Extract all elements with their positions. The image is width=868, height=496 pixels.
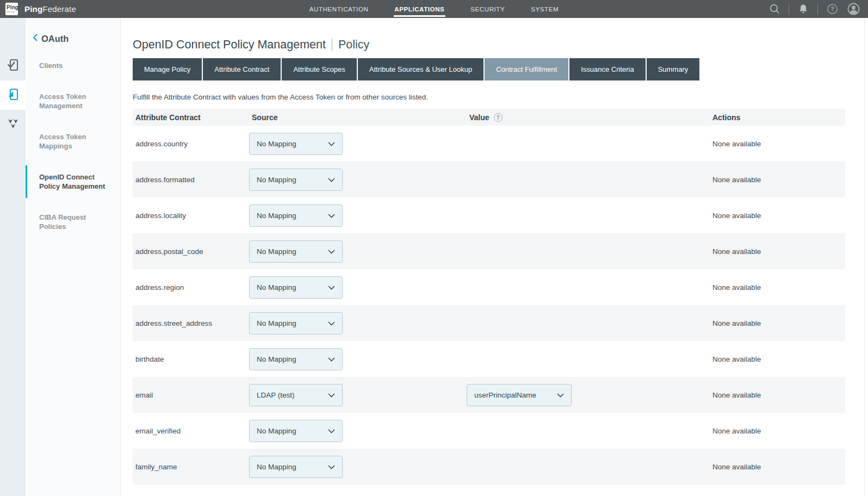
chevron-down-icon (328, 390, 335, 400)
nav-authentication[interactable]: AUTHENTICATION (309, 0, 369, 18)
page-title-text: OpenID Connect Policy Management (133, 38, 326, 52)
dropdown-value: No Mapping (257, 427, 296, 435)
chevron-left-icon (33, 34, 38, 44)
chevron-down-icon (328, 139, 335, 148)
table-row: address.country No Mapping None availabl… (133, 126, 845, 162)
dropdown-value: No Mapping (257, 355, 296, 363)
col-actions: Actions (710, 113, 845, 122)
sidebar-item-access-token-management[interactable]: Access Token Management (26, 85, 120, 117)
dropdown-value: No Mapping (257, 319, 296, 327)
dropdown-value: No Mapping (257, 176, 296, 184)
source-dropdown[interactable]: No Mapping (249, 240, 343, 263)
nav-applications[interactable]: APPLICATIONS (394, 0, 444, 18)
chevron-down-icon (328, 175, 335, 184)
attribute-name: email (133, 391, 249, 399)
attribute-name: address.street_address (133, 319, 249, 327)
section-label: OAuth (41, 34, 69, 44)
sidebar-item-openid-connect-policy-management[interactable]: OpenID Connect Policy Management (26, 165, 120, 198)
page-subtitle: Policy (338, 38, 369, 52)
tab-attribute-contract[interactable]: Attribute Contract (203, 58, 281, 80)
sidebar-item-clients[interactable]: Clients (26, 54, 120, 77)
dropdown-value: No Mapping (257, 140, 296, 148)
dropdown-value: No Mapping (257, 247, 296, 256)
actions-text: None available (710, 463, 845, 471)
scrollbar-track-line (864, 18, 865, 496)
nav-system[interactable]: SYSTEM (531, 0, 559, 18)
sidebar-menu: OAuth Clients Access Token Management Ac… (26, 18, 121, 496)
nav-security[interactable]: SECURITY (470, 0, 505, 18)
attribute-name: address.locality (133, 212, 249, 220)
logo-text: Ping (7, 5, 18, 10)
source-dropdown[interactable]: No Mapping (249, 456, 343, 478)
help-icon[interactable]: ? (825, 2, 839, 16)
source-dropdown[interactable]: No Mapping (249, 348, 343, 370)
dropdown-value: LDAP (test) (257, 391, 295, 399)
topbar-icons: ? (767, 2, 860, 16)
logo-subtext: Identity. (7, 10, 15, 13)
title-divider (332, 38, 332, 51)
primary-nav: AUTHENTICATION APPLICATIONS SECURITY SYS… (309, 0, 559, 18)
product-name: PingFederate (24, 4, 76, 14)
source-dropdown[interactable]: No Mapping (249, 204, 343, 227)
sidebar: OAuth Clients Access Token Management Ac… (0, 18, 121, 496)
rail-item-clients[interactable] (0, 51, 26, 80)
attribute-name: address.country (133, 140, 249, 148)
actions-text: None available (710, 212, 845, 220)
brand-light: Federate (42, 4, 76, 14)
attribute-name: family_name (133, 463, 249, 471)
rail-item-mappings[interactable] (0, 110, 26, 139)
chevron-down-icon (328, 210, 335, 220)
value-dropdown[interactable]: userPrincipalName (467, 384, 572, 406)
source-dropdown[interactable]: No Mapping (249, 420, 343, 442)
actions-text: None available (710, 140, 845, 148)
tab-attribute-sources-user-lookup[interactable]: Attribute Sources & User Lookup (358, 58, 483, 80)
table-row: address.locality No Mapping None availab… (133, 197, 845, 233)
search-icon[interactable] (767, 2, 782, 16)
value-help-icon[interactable]: ? (494, 113, 503, 122)
tab-issuance-criteria[interactable]: Issuance Criteria (569, 58, 646, 80)
brand-link[interactable]: Ping Identity. PingFederate (5, 3, 76, 15)
source-dropdown[interactable]: No Mapping (249, 169, 343, 191)
tab-summary[interactable]: Summary (647, 58, 700, 80)
actions-text: None available (710, 391, 845, 399)
attribute-name: email_verified (133, 427, 249, 435)
ping-logo: Ping Identity. (5, 3, 18, 15)
tab-contract-fulfillment[interactable]: Contract Fulfillment (485, 58, 568, 80)
dropdown-value: userPrincipalName (474, 391, 536, 399)
source-dropdown[interactable]: No Mapping (249, 312, 343, 334)
col-source: Source (249, 113, 467, 122)
actions-text: None available (710, 176, 845, 184)
actions-text: None available (710, 283, 845, 292)
tab-manage-policy[interactable]: Manage Policy (133, 58, 202, 80)
icon-rail (0, 18, 26, 496)
page-description: Fulfill the Attribute Contract with valu… (133, 93, 845, 102)
table-row: address.postal_code No Mapping None avai… (133, 233, 845, 269)
table-row: address.street_address No Mapping None a… (133, 305, 845, 341)
sidebar-item-ciba-request-policies[interactable]: CIBA Request Policies (26, 206, 120, 238)
col-value: Value ? (467, 113, 710, 122)
attribute-name: address.formatted (133, 176, 249, 184)
mappings-icon (7, 117, 20, 132)
sidebar-items: Clients Access Token Management Access T… (26, 54, 120, 246)
source-dropdown[interactable]: No Mapping (249, 276, 343, 299)
source-dropdown[interactable]: No Mapping (249, 133, 343, 155)
oauth-token-icon (6, 87, 20, 104)
attribute-name: address.region (133, 283, 249, 292)
actions-text: None available (710, 247, 845, 256)
chevron-down-icon (328, 282, 335, 292)
divider (789, 4, 789, 15)
dropdown-value: No Mapping (257, 212, 296, 220)
brand-bold: Ping (24, 4, 42, 14)
oauth-back-link[interactable]: OAuth (33, 33, 120, 44)
user-account-icon[interactable] (846, 2, 860, 16)
chevron-down-icon (328, 462, 335, 472)
source-dropdown[interactable]: LDAP (test) (249, 384, 343, 406)
notifications-bell-icon[interactable] (796, 2, 810, 16)
svg-text:?: ? (830, 5, 834, 12)
main-content: OpenID Connect Policy Management Policy … (121, 18, 868, 496)
rail-item-oauth[interactable] (0, 80, 26, 110)
page-title: OpenID Connect Policy Management Policy (133, 38, 845, 52)
table-row: email_verified No Mapping None available (133, 413, 845, 449)
tab-attribute-scopes[interactable]: Attribute Scopes (282, 58, 356, 80)
sidebar-item-access-token-mappings[interactable]: Access Token Mappings (26, 125, 120, 158)
